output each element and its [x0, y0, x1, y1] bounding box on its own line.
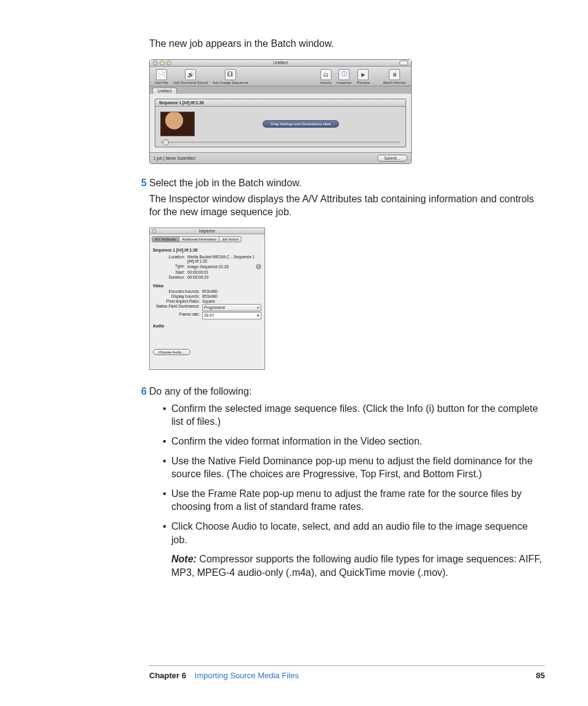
inspector-titlebar: Inspector: [150, 228, 264, 234]
inspector-title: Inspector: [150, 229, 264, 233]
batch-monitor-button[interactable]: 🖥 Batch Monitor: [383, 69, 406, 84]
preview-button[interactable]: ▶ Preview: [357, 69, 370, 84]
add-imgseq-icon: 🎞: [225, 69, 236, 80]
location-label: Location:: [153, 255, 185, 263]
chevron-down-icon: ▾: [257, 313, 259, 318]
batch-monitor-label: Batch Monitor: [383, 81, 406, 84]
add-surround-label: Add Surround Sound: [173, 81, 208, 84]
batch-monitor-icon: 🖥: [389, 69, 400, 80]
chevron-updown-icon: ⇵: [256, 305, 259, 310]
inspector-label: Inspector: [337, 81, 352, 84]
page-footer: Chapter 6 Importing Source Media Files 8…: [149, 665, 545, 680]
tab-job-action[interactable]: Job Action: [219, 236, 242, 242]
preview-icon: ▶: [357, 69, 369, 80]
field-dominance-value: Progressive: [204, 305, 225, 310]
footer-page-number: 85: [536, 671, 545, 680]
display-bounds-value: 853x480: [202, 294, 261, 298]
batch-status-text: 1 job | Never Submitted: [153, 156, 195, 160]
window-titlebar: Untitled: [150, 60, 411, 67]
footer-chapter: Chapter 6: [149, 671, 186, 680]
duration-label: Duration:: [153, 275, 185, 279]
encoded-bounds-label: Encoded bounds:: [153, 289, 200, 293]
list-item: Confirm the video format information in …: [160, 435, 545, 448]
start-value: 00:00:00:01: [187, 270, 261, 274]
encoded-bounds-value: 853x480: [202, 289, 261, 293]
step-6-text: Do any of the following:: [149, 386, 251, 397]
add-file-icon: 📄: [156, 69, 167, 80]
add-imgseq-label: Add Image Sequence: [213, 81, 248, 84]
job-title: Sequence 1 [##].tif:1:20: [155, 99, 406, 107]
drop-target-label: Drag Settings and Destinations Here: [263, 120, 338, 128]
inspector-button[interactable]: ⓘ Inspector: [337, 69, 352, 84]
batch-tab[interactable]: Untitled: [152, 88, 177, 94]
display-bounds-label: Display bounds:: [153, 294, 200, 298]
step-number-5: 5: [136, 178, 147, 189]
submit-button[interactable]: Submit…: [377, 155, 407, 162]
info-icon[interactable]: i: [256, 264, 261, 269]
frame-rate-value: 29.97: [204, 313, 214, 318]
step-5-paragraph: The Inspector window displays the A/V At…: [149, 192, 545, 219]
audio-section-header: Audio: [153, 324, 261, 328]
history-button[interactable]: 🗂 History: [320, 69, 332, 84]
tab-additional-info[interactable]: Additional Information: [179, 236, 219, 242]
pixel-aspect-value: Square: [202, 299, 261, 303]
thumb-size-slider[interactable]: [155, 141, 406, 147]
inspector-sequence-name: Sequence 1 [##].tif:1:20: [153, 248, 261, 252]
list-item: Click Choose Audio to locate, select, an…: [160, 520, 545, 546]
field-dominance-label: Native Field Dominance:: [153, 304, 200, 311]
list-item: Use the Native Field Dominance pop-up me…: [160, 454, 545, 481]
footer-chapter-title: Importing Source Media Files: [195, 671, 299, 680]
drop-target[interactable]: Drag Settings and Destinations Here: [201, 120, 401, 128]
list-item: Confirm the selected image sequence file…: [160, 402, 545, 429]
intro-paragraph: The new job appears in the Batch window.: [149, 37, 545, 51]
add-file-label: Add File: [155, 81, 168, 84]
note-text: Compressor supports the following audio …: [171, 554, 542, 578]
start-label: Start:: [153, 270, 185, 274]
add-file-button[interactable]: 📄 Add File: [155, 69, 168, 84]
window-title: Untitled: [150, 60, 411, 65]
note-label: Note:: [171, 554, 197, 564]
batch-statusbar: 1 job | Never Submitted Submit…: [150, 152, 411, 163]
choose-audio-button[interactable]: Choose Audio…: [153, 349, 190, 355]
add-surround-icon: 🔊: [185, 69, 196, 80]
inspector-window-figure: Inspector A/V Attributes Additional Info…: [149, 228, 265, 370]
step-5-text: Select the job in the Batch window.: [149, 178, 301, 189]
type-label: Type:: [153, 264, 185, 269]
type-value: Image Sequence 01:20: [187, 265, 229, 269]
list-item: Use the Frame Rate pop-up menu to adjust…: [160, 487, 545, 514]
history-icon: 🗂: [321, 69, 332, 80]
job-thumbnail: [160, 112, 195, 136]
field-dominance-select[interactable]: Progressive⇵: [202, 304, 261, 311]
inspector-tabs: A/V Attributes Additional Information Jo…: [150, 234, 264, 244]
step-6-bullets: Confirm the selected image sequence file…: [160, 402, 545, 546]
duration-value: 00:00:00:20: [187, 275, 261, 279]
preview-label: Preview: [357, 81, 370, 84]
pixel-aspect-label: Pixel Aspect Ratio:: [153, 299, 200, 303]
tab-av-attributes[interactable]: A/V Attributes: [152, 236, 179, 242]
location-value: Media Bucket:MEDIA:C…Sequence 1 [##].tif…: [187, 255, 261, 263]
step-number-6: 6: [136, 386, 147, 397]
job-card[interactable]: Sequence 1 [##].tif:1:20 Drag Settings a…: [155, 99, 406, 147]
video-section-header: Video: [153, 284, 261, 288]
batch-toolbar: 📄 Add File 🔊 Add Surround Sound 🎞 Add Im…: [150, 67, 411, 86]
inspector-icon: ⓘ: [338, 69, 349, 80]
history-label: History: [320, 81, 332, 84]
add-imgseq-button[interactable]: 🎞 Add Image Sequence: [213, 69, 248, 84]
add-surround-button[interactable]: 🔊 Add Surround Sound: [173, 69, 208, 84]
frame-rate-input[interactable]: 29.97▾: [202, 312, 261, 319]
frame-rate-label: Frame rate:: [153, 312, 200, 319]
batch-tabstrip: Untitled: [150, 86, 411, 94]
batch-window-figure: Untitled 📄 Add File 🔊 Add Surround Sound…: [149, 59, 412, 164]
